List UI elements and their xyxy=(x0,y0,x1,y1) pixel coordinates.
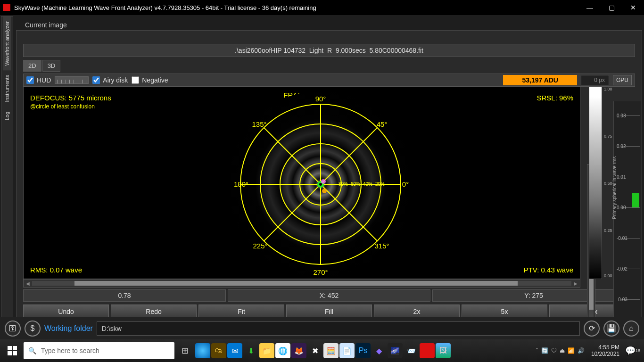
svg-text:135°: 135° xyxy=(252,120,266,128)
airy-checkbox[interactable] xyxy=(92,76,100,84)
diffraction-compass: 0° 45° 90° 135° 180° 225° 270° 315° 80% … xyxy=(226,90,415,279)
srsl-label: SRSL: 96% xyxy=(537,94,573,102)
photoshop-icon[interactable]: Ps xyxy=(355,343,371,358)
sync-icon[interactable]: 🔄 xyxy=(541,347,548,354)
hud-toggle[interactable]: HUD xyxy=(26,76,51,84)
dollar-icon[interactable]: $ xyxy=(25,321,41,337)
svg-text:90°: 90° xyxy=(315,95,326,103)
svg-rect-28 xyxy=(13,351,17,355)
svg-rect-27 xyxy=(8,351,12,355)
hscroll-thumb[interactable] xyxy=(74,281,518,286)
status-footer: ⚿ $ Working folder ⟳ 💾 ⌂ xyxy=(0,317,644,339)
app-icon xyxy=(3,4,10,11)
key-icon[interactable]: ⚿ xyxy=(5,321,21,337)
circle-confusion-label: @circle of least confusion xyxy=(30,103,95,110)
globe-icon[interactable]: 🌌 xyxy=(388,343,403,358)
diamond-icon[interactable]: ◆ xyxy=(372,343,387,358)
taskbar-search[interactable]: 🔍 Type here to search xyxy=(24,342,174,359)
window-title: SkyWave (Machine Learning Wave Front Ana… xyxy=(14,4,579,11)
windows-taskbar[interactable]: 🔍 Type here to search ⊞ 🛍 ✉ ⬇ 📁 🌐 🦊 ✖ 🧮 … xyxy=(0,339,644,362)
mail-icon[interactable]: ✉ xyxy=(227,343,242,358)
chrome-icon[interactable]: 🌐 xyxy=(275,343,290,358)
svg-text:60%: 60% xyxy=(351,181,360,187)
photos-icon[interactable]: 🖼 xyxy=(436,343,451,358)
send-icon[interactable]: 📨 xyxy=(404,343,419,358)
left-tab-strip: Wavefront analyzer Instruments Log xyxy=(1,16,13,318)
viewer-horizontal-scrollbar[interactable]: ◀ ▶ xyxy=(23,279,580,288)
file-path-bar[interactable]: .\asi2600oofHIP 104732_Light_R_9.000secs… xyxy=(23,44,635,57)
svg-point-11 xyxy=(321,179,326,184)
task-view-icon[interactable]: ⊞ xyxy=(175,341,194,360)
x-app-icon[interactable]: ✖ xyxy=(307,343,322,358)
scroll-right-icon[interactable]: ▶ xyxy=(571,280,580,287)
home-icon[interactable]: ⌂ xyxy=(623,321,639,337)
svg-rect-26 xyxy=(13,346,17,350)
tab-instruments[interactable]: Instruments xyxy=(3,70,11,107)
app-body: Wavefront analyzer Instruments Log Curre… xyxy=(0,15,644,339)
adu-readout: 53,197 ADU xyxy=(503,75,577,85)
image-viewer[interactable]: DEFOCUS: 5775 microns @circle of least c… xyxy=(23,87,580,279)
working-folder-label: Working folder xyxy=(44,324,93,333)
airy-disk-toggle[interactable]: Airy disk xyxy=(92,76,128,84)
chevron-up-icon[interactable]: ˄ xyxy=(536,347,538,354)
window-titlebar: SkyWave (Machine Learning Wave Front Ana… xyxy=(0,0,644,15)
start-button[interactable] xyxy=(2,341,23,360)
downloads-icon[interactable]: ⬇ xyxy=(243,343,258,358)
view-mode-tabs: 2D 3D xyxy=(23,60,635,72)
close-button[interactable]: ✕ xyxy=(622,0,644,15)
explorer-icon[interactable]: 📁 xyxy=(259,343,274,358)
svg-text:180°: 180° xyxy=(234,180,248,188)
defocus-label: DEFOCUS: 5775 microns xyxy=(30,94,111,102)
system-tray[interactable]: ˄ 🔄 🛡 ⏏ 📶 🔊 xyxy=(536,347,587,354)
scroll-left-icon[interactable]: ◀ xyxy=(24,280,32,287)
save-icon[interactable]: 💾 xyxy=(603,321,619,337)
spherical-value-bar xyxy=(632,193,639,207)
tab-log[interactable]: Log xyxy=(3,107,11,125)
edge-icon[interactable] xyxy=(195,343,210,358)
negative-checkbox[interactable] xyxy=(132,76,139,84)
zoom-readout: 0.78 xyxy=(23,289,226,302)
refresh-icon[interactable]: ⟳ xyxy=(584,321,600,337)
taskbar-clock[interactable]: 4:55 PM 10/20/2021 xyxy=(588,344,622,358)
maximize-button[interactable]: ▢ xyxy=(601,0,622,15)
current-image-panel: Current image .\asi2600oofHIP 104732_Lig… xyxy=(16,30,642,332)
svg-text:45°: 45° xyxy=(377,120,388,128)
gpu-button[interactable]: GPU xyxy=(613,75,632,85)
y-readout: Y: 275 xyxy=(432,289,635,302)
notifications-icon[interactable]: 💬18 xyxy=(623,341,642,360)
svg-text:80%: 80% xyxy=(339,181,348,187)
ptv-label: PTV: 0.43 wave xyxy=(524,266,573,274)
wifi-icon[interactable]: 📶 xyxy=(568,347,575,354)
viewer-toolbar: HUD Airy disk Negative 53,197 ADU 0 px G… xyxy=(23,74,635,87)
calculator-icon[interactable]: 🧮 xyxy=(323,343,339,358)
volume-icon[interactable]: 🔊 xyxy=(578,347,585,354)
firefox-icon[interactable]: 🦊 xyxy=(291,343,306,358)
svg-text:40%: 40% xyxy=(363,181,372,187)
search-icon: 🔍 xyxy=(28,347,36,354)
rms-label: RMS: 0.07 wave xyxy=(30,266,82,274)
working-folder-input[interactable] xyxy=(97,321,580,336)
notes-icon[interactable]: 📄 xyxy=(339,343,355,358)
svg-text:0°: 0° xyxy=(402,180,409,188)
px-readout: 0 px xyxy=(581,75,609,85)
minimize-button[interactable]: — xyxy=(579,0,601,15)
brightness-slider[interactable] xyxy=(55,76,89,84)
svg-text:20%: 20% xyxy=(375,181,385,187)
tab-2d[interactable]: 2D xyxy=(23,60,41,72)
svg-rect-25 xyxy=(8,346,12,350)
spherical-mini-chart: Primary spherical in wave rms 0.03 0.02 … xyxy=(613,101,641,342)
panel-title: Current image xyxy=(25,21,67,29)
cursor-readouts: 0.78 X: 452 Y: 275 xyxy=(23,289,635,302)
tab-3d[interactable]: 3D xyxy=(42,60,61,72)
skywave-taskbar-icon[interactable] xyxy=(420,343,435,358)
negative-toggle[interactable]: Negative xyxy=(132,76,168,84)
svg-text:315°: 315° xyxy=(374,242,389,250)
shield-icon[interactable]: 🛡 xyxy=(551,347,557,354)
svg-text:270°: 270° xyxy=(313,268,328,276)
store-icon[interactable]: 🛍 xyxy=(211,343,226,358)
hud-checkbox[interactable] xyxy=(26,76,34,84)
tab-wavefront-analyzer[interactable]: Wavefront analyzer xyxy=(3,16,11,70)
svg-point-10 xyxy=(319,183,322,186)
eject-icon[interactable]: ⏏ xyxy=(560,347,565,354)
svg-text:225°: 225° xyxy=(253,242,267,250)
